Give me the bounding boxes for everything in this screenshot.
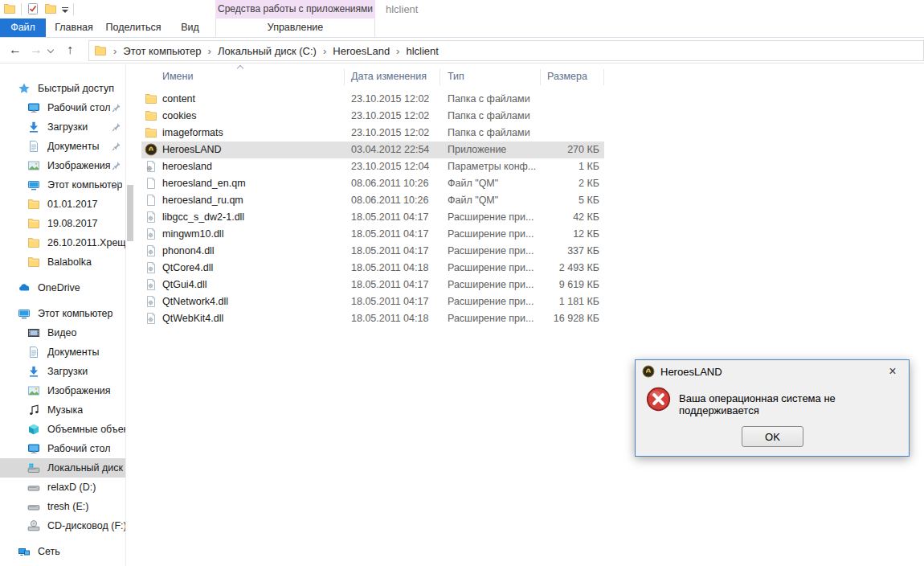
column-separator[interactable] (344, 69, 345, 85)
file-date: 18.05.2011 04:17 (351, 209, 444, 226)
sidebar-item-desktop[interactable]: Рабочий стол (0, 98, 125, 117)
sidebar-item-desktop[interactable]: Рабочий стол (0, 439, 125, 458)
config-icon (145, 160, 157, 173)
quick-access-toolbar (3, 2, 74, 15)
pictures-icon (27, 159, 40, 172)
sidebar-item-label: 26.10.2011.Хрещені (47, 237, 125, 248)
column-headers: Имени Дата изменения Тип Размера (141, 68, 604, 86)
sidebar-item-onedrive[interactable]: OneDrive (0, 278, 125, 297)
table-row[interactable]: cookies 23.10.2015 12:02 Папка с файлами (141, 108, 604, 125)
explorer-folder-icon[interactable] (3, 2, 16, 15)
sidebar-item-system-drive[interactable]: Локальный диск (C:) (0, 458, 125, 478)
file-name: HeroesLAND (162, 142, 343, 158)
customize-qat-icon[interactable] (62, 5, 68, 14)
sidebar-item-label: Загрузки (47, 366, 88, 377)
qat-separator (73, 3, 74, 15)
breadcrumb-chevron-icon[interactable]: › (108, 45, 121, 57)
sidebar-item-this-pc[interactable]: Этот компьютер (0, 175, 125, 195)
table-row[interactable]: QtWebKit4.dll 18.05.2011 04:18 Расширени… (141, 310, 604, 327)
column-header-type[interactable]: Тип (448, 71, 464, 82)
table-row[interactable]: heroesland_en.qm 08.06.2011 10:26 Файл "… (141, 175, 604, 192)
table-row[interactable]: mingwm10.dll 18.05.2011 04:17 Расширение… (141, 226, 604, 243)
recent-locations-chevron-icon[interactable] (47, 47, 54, 53)
ok-button[interactable]: OK (742, 426, 803, 447)
tab-home[interactable]: Главная (46, 18, 102, 37)
file-date: 18.05.2011 04:18 (351, 310, 444, 327)
breadcrumb-chevron-icon[interactable]: › (318, 45, 331, 57)
tab-file[interactable]: Файл (0, 18, 46, 37)
table-row[interactable]: QtGui4.dll 18.05.2011 04:17 Расширение п… (141, 277, 604, 293)
up-icon[interactable]: ↑ (61, 38, 79, 64)
column-separator[interactable] (540, 69, 541, 85)
sidebar-item-folder[interactable]: 26.10.2011.Хрещені (0, 233, 125, 252)
properties-check-icon[interactable] (27, 2, 39, 15)
table-row[interactable]: QtCore4.dll 18.05.2011 04:18 Расширение … (141, 260, 604, 277)
sidebar-item-label: 01.01.2017 (47, 199, 98, 210)
table-row[interactable]: heroesland_ru.qm 08.06.2011 10:26 Файл "… (141, 192, 604, 209)
sidebar-item-music[interactable]: Музыка (0, 400, 125, 420)
folder-icon (145, 126, 157, 139)
breadcrumb-segment[interactable]: hlclient (404, 45, 440, 57)
pictures-icon (27, 384, 40, 397)
explorer-window: Средства работы с приложениями hlclient … (0, 0, 924, 566)
breadcrumb-chevron-icon[interactable]: › (391, 45, 404, 57)
tab-share[interactable]: Поделиться (102, 18, 165, 37)
table-row[interactable]: QtNetwork4.dll 18.05.2011 04:17 Расширен… (141, 293, 604, 310)
breadcrumb-segment[interactable]: Этот компьютер (121, 45, 202, 57)
table-row[interactable]: heroesland 23.10.2015 12:04 Параметры ко… (141, 158, 604, 175)
heroesland-app-icon (642, 365, 655, 378)
qat-separator (21, 3, 22, 15)
dialog-close-icon[interactable]: × (884, 363, 902, 380)
table-row[interactable]: HeroesLAND 03.04.2012 22:54 Приложение 2… (141, 142, 604, 158)
sidebar-item-label: Быстрый доступ (38, 83, 114, 94)
breadcrumb-segment[interactable]: HeroesLand (331, 45, 391, 57)
table-row[interactable]: libgcc_s_dw2-1.dll 18.05.2011 04:17 Расш… (141, 209, 604, 226)
sidebar-item-this-pc[interactable]: Этот компьютер (0, 304, 125, 323)
address-bar[interactable]: ›Этот компьютер›Локальный диск (C:)›Hero… (88, 40, 924, 61)
column-separator[interactable] (440, 69, 440, 85)
sidebar-item-cd-drive[interactable]: CD-дисковод (F:) (0, 516, 125, 535)
column-header-size[interactable]: Размера (547, 71, 587, 82)
sidebar-item-drive[interactable]: tresh (E:) (0, 497, 125, 516)
sidebar-item-documents[interactable]: Документы (0, 137, 125, 156)
sidebar-item-downloads[interactable]: Загрузки (0, 117, 125, 137)
dll-icon (145, 244, 157, 257)
forward-icon[interactable]: → (27, 38, 45, 64)
sidebar-item-video[interactable]: Видео (0, 323, 125, 342)
breadcrumb-chevron-icon[interactable]: › (203, 45, 216, 57)
sidebar-item-label: 19.08.2017 (47, 218, 98, 229)
table-row[interactable]: content 23.10.2015 12:02 Папка с файлами (141, 91, 604, 108)
table-row[interactable]: phonon4.dll 18.05.2011 04:17 Расширение … (141, 243, 604, 260)
sidebar-item-quick-access[interactable]: Быстрый доступ (0, 79, 125, 98)
sidebar-item-pictures[interactable]: Изображения (0, 381, 125, 400)
sidebar-item-objects-3d[interactable]: Объемные объекты (0, 420, 125, 439)
sidebar-scrollbar[interactable] (127, 185, 133, 241)
file-date: 23.10.2015 12:02 (351, 91, 444, 108)
column-header-name[interactable]: Имени (162, 71, 193, 82)
sort-ascending-icon[interactable] (237, 65, 243, 72)
sidebar-item-network[interactable]: Сеть (0, 542, 125, 561)
column-separator[interactable] (603, 69, 604, 85)
tab-manage[interactable]: Управление (215, 18, 375, 37)
new-folder-icon[interactable] (44, 2, 57, 15)
dll-icon (145, 295, 157, 308)
sidebar-item-downloads[interactable]: Загрузки (0, 362, 125, 381)
sidebar-item-pictures[interactable]: Изображения (0, 156, 125, 175)
back-icon[interactable]: ← (6, 38, 24, 64)
sidebar-item-label: CD-дисковод (F:) (47, 520, 125, 531)
table-row[interactable]: imageformats 23.10.2015 12:02 Папка с фа… (141, 125, 604, 142)
sidebar-item-drive[interactable]: relaxD (D:) (0, 478, 125, 497)
sidebar-item-folder[interactable]: Balabolka (0, 252, 125, 272)
column-header-date[interactable]: Дата изменения (351, 71, 427, 82)
dialog-titlebar[interactable]: HeroesLAND (636, 360, 909, 383)
pin-icon (112, 161, 121, 170)
breadcrumb-segment[interactable]: Локальный диск (C:) (216, 45, 318, 57)
file-name: QtCore4.dll (162, 260, 343, 277)
file-date: 18.05.2011 04:17 (351, 243, 444, 260)
file-date: 23.10.2015 12:04 (351, 158, 444, 175)
sidebar-item-documents[interactable]: Документы (0, 342, 125, 362)
sidebar-item-folder[interactable]: 01.01.2017 (0, 195, 125, 214)
sidebar-item-label: Музыка (47, 404, 83, 416)
tab-view[interactable]: Вид (165, 18, 215, 37)
sidebar-item-folder[interactable]: 19.08.2017 (0, 214, 125, 233)
